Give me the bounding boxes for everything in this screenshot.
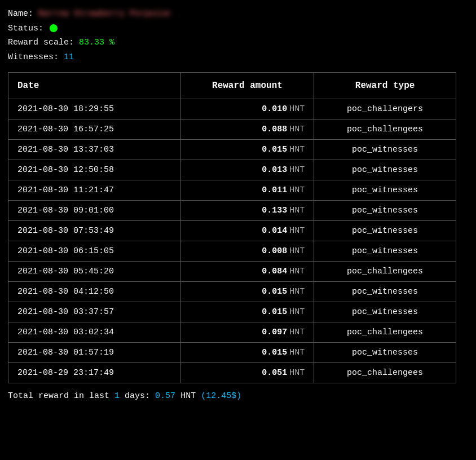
amount-unit: HNT <box>289 165 305 175</box>
amount-number: 0.011 <box>262 185 287 195</box>
cell-amount: 0.084HNT <box>180 262 314 282</box>
table-row: 2021-08-30 11:21:470.011HNTpoc_witnesses <box>8 180 456 201</box>
amount-number: 0.088 <box>262 125 287 134</box>
footer-days-value: 1 <box>114 391 120 401</box>
table-row: 2021-08-30 06:15:050.008HNTpoc_witnesses <box>8 241 456 262</box>
amount-number: 0.097 <box>262 328 287 337</box>
col-reward-type: Reward type <box>314 73 456 99</box>
cell-date: 2021-08-30 18:29:55 <box>8 99 181 120</box>
cell-type: poc_challengees <box>314 120 456 140</box>
amount-unit: HNT <box>289 348 305 357</box>
cell-amount: 0.097HNT <box>180 322 314 343</box>
table-row: 2021-08-30 09:01:000.133HNTpoc_witnesses <box>8 201 456 221</box>
cell-amount: 0.051HNT <box>180 363 314 383</box>
amount-unit: HNT <box>289 185 305 195</box>
cell-amount: 0.015HNT <box>180 302 314 322</box>
amount-number: 0.015 <box>262 287 287 297</box>
cell-date: 2021-08-30 11:21:47 <box>8 180 181 201</box>
amount-number: 0.133 <box>262 206 287 215</box>
cell-type: poc_challengees <box>314 363 456 383</box>
reward-scale-line: Reward scale: 83.33 % <box>8 36 468 50</box>
table-header: Date Reward amount Reward type <box>8 73 456 99</box>
status-label: Status: <box>8 24 43 33</box>
reward-scale-value: 83.33 % <box>79 38 114 47</box>
amount-number: 0.008 <box>262 246 287 256</box>
header-section: Name: Narrow Strawberry Porpoise Status:… <box>8 7 468 64</box>
amount-number: 0.014 <box>262 226 287 236</box>
cell-date: 2021-08-30 16:57:25 <box>8 120 181 140</box>
cell-type: poc_challengees <box>314 262 456 282</box>
cell-date: 2021-08-30 01:57:19 <box>8 343 181 363</box>
cell-type: poc_witnesses <box>314 282 456 302</box>
cell-amount: 0.133HNT <box>180 201 314 221</box>
amount-unit: HNT <box>289 267 305 276</box>
table-row: 2021-08-30 16:57:250.088HNTpoc_challenge… <box>8 120 456 140</box>
cell-date: 2021-08-29 23:17:49 <box>8 363 181 383</box>
cell-type: poc_challengers <box>314 99 456 120</box>
footer-amount-unit: HNT <box>180 391 196 401</box>
footer-amount-value: 0.57 <box>155 391 175 401</box>
footer-line: Total reward in last 1 days: 0.57 HNT (1… <box>8 391 468 401</box>
table-row: 2021-08-30 03:37:570.015HNTpoc_witnesses <box>8 302 456 322</box>
amount-unit: HNT <box>289 246 305 256</box>
cell-amount: 0.015HNT <box>180 282 314 302</box>
footer-usd-value: (12.45$) <box>201 391 241 401</box>
amount-unit: HNT <box>289 368 305 378</box>
table-row: 2021-08-30 04:12:500.015HNTpoc_witnesses <box>8 282 456 302</box>
status-dot <box>50 24 58 32</box>
cell-type: poc_witnesses <box>314 180 456 201</box>
table-row: 2021-08-29 23:17:490.051HNTpoc_challenge… <box>8 363 456 383</box>
cell-date: 2021-08-30 04:12:50 <box>8 282 181 302</box>
table-row: 2021-08-30 13:37:030.015HNTpoc_witnesses <box>8 140 456 160</box>
amount-number: 0.010 <box>262 104 287 114</box>
col-date: Date <box>8 73 181 99</box>
cell-type: poc_witnesses <box>314 201 456 221</box>
table-body: 2021-08-30 18:29:550.010HNTpoc_challenge… <box>8 99 456 383</box>
amount-number: 0.013 <box>262 165 287 175</box>
amount-unit: HNT <box>289 104 305 114</box>
witnesses-value: 11 <box>64 52 74 62</box>
col-reward-amount: Reward amount <box>180 73 314 99</box>
cell-date: 2021-08-30 05:45:20 <box>8 262 181 282</box>
cell-date: 2021-08-30 09:01:00 <box>8 201 181 221</box>
amount-number: 0.015 <box>262 145 287 154</box>
table-row: 2021-08-30 03:02:340.097HNTpoc_challenge… <box>8 322 456 343</box>
cell-amount: 0.011HNT <box>180 180 314 201</box>
table-row: 2021-08-30 12:50:580.013HNTpoc_witnesses <box>8 160 456 180</box>
witnesses-line: Witnesses: 11 <box>8 50 468 65</box>
table-row: 2021-08-30 07:53:490.014HNTpoc_witnesses <box>8 221 456 241</box>
table-row: 2021-08-30 01:57:190.015HNTpoc_witnesses <box>8 343 456 363</box>
cell-type: poc_challengees <box>314 322 456 343</box>
amount-unit: HNT <box>289 307 305 317</box>
amount-unit: HNT <box>289 125 305 134</box>
cell-date: 2021-08-30 07:53:49 <box>8 221 181 241</box>
cell-amount: 0.008HNT <box>180 241 314 262</box>
cell-date: 2021-08-30 13:37:03 <box>8 140 181 160</box>
amount-number: 0.084 <box>262 267 287 276</box>
cell-date: 2021-08-30 06:15:05 <box>8 241 181 262</box>
witnesses-label: Witnesses: <box>8 52 59 62</box>
name-label: Name: <box>8 9 33 19</box>
cell-amount: 0.015HNT <box>180 140 314 160</box>
footer-prefix: Total reward in last <box>8 391 109 401</box>
cell-type: poc_witnesses <box>314 241 456 262</box>
cell-amount: 0.088HNT <box>180 120 314 140</box>
cell-type: poc_witnesses <box>314 343 456 363</box>
cell-amount: 0.010HNT <box>180 99 314 120</box>
cell-date: 2021-08-30 03:37:57 <box>8 302 181 322</box>
header-row: Date Reward amount Reward type <box>8 73 456 99</box>
cell-amount: 0.013HNT <box>180 160 314 180</box>
cell-amount: 0.015HNT <box>180 343 314 363</box>
name-value: Narrow Strawberry Porpoise <box>38 9 170 19</box>
cell-type: poc_witnesses <box>314 302 456 322</box>
footer-days-unit: days: <box>125 391 150 401</box>
name-line: Name: Narrow Strawberry Porpoise <box>8 7 468 21</box>
amount-unit: HNT <box>289 328 305 337</box>
amount-number: 0.015 <box>262 307 287 317</box>
amount-unit: HNT <box>289 226 305 236</box>
amount-unit: HNT <box>289 287 305 297</box>
cell-amount: 0.014HNT <box>180 221 314 241</box>
amount-number: 0.015 <box>262 348 287 357</box>
cell-date: 2021-08-30 03:02:34 <box>8 322 181 343</box>
cell-date: 2021-08-30 12:50:58 <box>8 160 181 180</box>
